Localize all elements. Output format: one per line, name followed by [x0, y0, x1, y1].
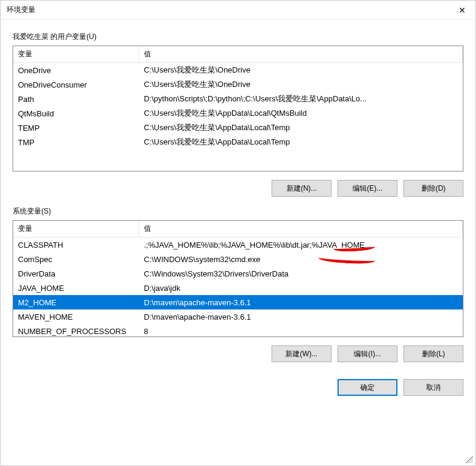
- var-value: C:\Windows\System32\Drivers\DriverData: [139, 267, 463, 280]
- dialog-content: 我爱吃生菜 的用户变量(U) 变量 值 OneDrive C:\Users\我爱…: [1, 20, 475, 465]
- cancel-button[interactable]: 取消: [403, 379, 463, 396]
- user-buttons: 新建(N)... 编辑(E)... 删除(D): [13, 180, 463, 197]
- table-row[interactable]: NUMBER_OF_PROCESSORS 8: [13, 324, 463, 336]
- var-name: MAVEN_HOME: [13, 311, 139, 323]
- table-row[interactable]: Path D:\python\Scripts\;D:\python\;C:\Us…: [13, 92, 463, 106]
- var-value: D:\maven\apache-maven-3.6.1: [139, 311, 463, 323]
- column-header-variable[interactable]: 变量: [13, 221, 139, 237]
- system-variables-list[interactable]: 变量 值 CLASSPATH .;%JAVA_HOME%\lib;%JAVA_H…: [13, 220, 463, 337]
- table-row[interactable]: OneDrive C:\Users\我爱吃生菜\OneDrive: [13, 63, 463, 77]
- var-value: C:\Users\我爱吃生菜\OneDrive: [139, 77, 463, 92]
- environment-variables-dialog: 环境变量 ✕ 我爱吃生菜 的用户变量(U) 变量 值 OneDrive C:\U…: [0, 0, 476, 466]
- table-row[interactable]: OneDriveConsumer C:\Users\我爱吃生菜\OneDrive: [13, 77, 463, 92]
- var-name: QtMsBuild: [13, 107, 139, 120]
- var-value: D:\python\Scripts\;D:\python\;C:\Users\我…: [139, 92, 463, 106]
- column-header-variable[interactable]: 变量: [13, 46, 139, 62]
- close-icon: ✕: [459, 5, 466, 15]
- var-name: JAVA_HOME: [13, 282, 139, 294]
- list-header: 变量 值: [13, 221, 463, 237]
- var-name: ComSpec: [13, 253, 139, 266]
- table-row[interactable]: TMP C:\Users\我爱吃生菜\AppData\Local\Temp: [13, 135, 463, 149]
- var-value: D:\java\jdk: [139, 282, 463, 294]
- var-name: Path: [13, 93, 139, 106]
- system-edit-button[interactable]: 编辑(I)...: [338, 345, 397, 362]
- table-row[interactable]: MAVEN_HOME D:\maven\apache-maven-3.6.1: [13, 309, 463, 324]
- resize-grip-icon[interactable]: [466, 456, 473, 463]
- user-edit-button[interactable]: 编辑(E)...: [338, 180, 397, 197]
- table-row[interactable]: ComSpec C:\WINDOWS\system32\cmd.exe: [13, 252, 463, 266]
- var-value: D:\maven\apache-maven-3.6.1: [139, 296, 463, 309]
- var-name: OneDrive: [13, 64, 139, 77]
- close-button[interactable]: ✕: [448, 1, 475, 20]
- dialog-buttons: 确定 取消: [13, 379, 463, 399]
- table-row-selected[interactable]: M2_HOME D:\maven\apache-maven-3.6.1: [13, 295, 463, 309]
- var-value: C:\Users\我爱吃生菜\AppData\Local\QtMsBuild: [139, 106, 463, 121]
- column-header-value[interactable]: 值: [139, 46, 463, 62]
- system-variables-label: 系统变量(S): [13, 206, 463, 217]
- table-row[interactable]: CLASSPATH .;%JAVA_HOME%\lib;%JAVA_HOME%\…: [13, 237, 463, 252]
- var-value: C:\Users\我爱吃生菜\OneDrive: [139, 63, 463, 77]
- system-new-button[interactable]: 新建(W)...: [272, 345, 332, 362]
- var-value: 8: [139, 325, 463, 337]
- user-new-button[interactable]: 新建(N)...: [272, 180, 332, 197]
- table-row[interactable]: QtMsBuild C:\Users\我爱吃生菜\AppData\Local\Q…: [13, 106, 463, 121]
- column-header-value[interactable]: 值: [139, 221, 463, 237]
- user-variables-list[interactable]: 变量 值 OneDrive C:\Users\我爱吃生菜\OneDrive On…: [13, 46, 463, 172]
- user-delete-button[interactable]: 删除(D): [403, 180, 463, 197]
- window-title: 环境变量: [7, 5, 35, 15]
- var-value: C:\Users\我爱吃生菜\AppData\Local\Temp: [139, 121, 463, 135]
- ok-button[interactable]: 确定: [338, 379, 397, 396]
- var-name: OneDriveConsumer: [13, 79, 139, 91]
- user-list-body: OneDrive C:\Users\我爱吃生菜\OneDrive OneDriv…: [13, 63, 463, 171]
- var-name: TEMP: [13, 122, 139, 134]
- var-value: C:\Users\我爱吃生菜\AppData\Local\Temp: [139, 135, 463, 149]
- system-list-body: CLASSPATH .;%JAVA_HOME%\lib;%JAVA_HOME%\…: [13, 237, 463, 336]
- var-name: DriverData: [13, 267, 139, 280]
- var-name: M2_HOME: [13, 296, 139, 309]
- system-buttons: 新建(W)... 编辑(I)... 删除(L): [13, 345, 463, 362]
- table-row[interactable]: TEMP C:\Users\我爱吃生菜\AppData\Local\Temp: [13, 121, 463, 135]
- var-name: CLASSPATH: [13, 239, 139, 251]
- table-row[interactable]: DriverData C:\Windows\System32\Drivers\D…: [13, 266, 463, 281]
- title-bar: 环境变量 ✕: [1, 1, 475, 20]
- user-variables-label: 我爱吃生菜 的用户变量(U): [13, 32, 463, 42]
- system-delete-button[interactable]: 删除(L): [403, 345, 463, 362]
- var-name: NUMBER_OF_PROCESSORS: [13, 325, 139, 337]
- var-name: TMP: [13, 136, 139, 149]
- var-value: .;%JAVA_HOME%\lib;%JAVA_HOME%\lib\dt.jar…: [139, 239, 463, 251]
- list-header: 变量 值: [13, 46, 463, 63]
- table-row[interactable]: JAVA_HOME D:\java\jdk: [13, 281, 463, 295]
- var-value: C:\WINDOWS\system32\cmd.exe: [139, 253, 463, 266]
